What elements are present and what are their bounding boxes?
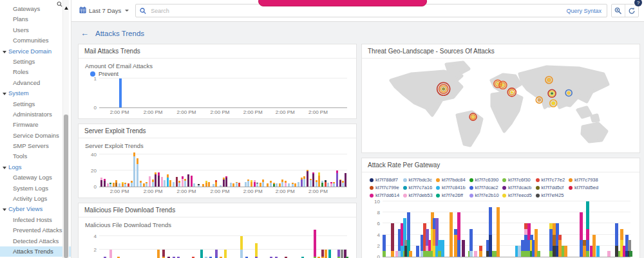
- bar[interactable]: [115, 180, 117, 187]
- bar[interactable]: [113, 183, 115, 187]
- sidebar-item-logs[interactable]: Logs: [0, 162, 71, 172]
- sidebar-item-settings[interactable]: Settings: [0, 57, 71, 67]
- gateway-legend-item[interactable]: kt7f7bdc84: [436, 177, 469, 183]
- search-icon[interactable]: [57, 0, 62, 10]
- bar[interactable]: [254, 180, 256, 187]
- refresh-button[interactable]: [625, 5, 638, 17]
- bar[interactable]: [223, 178, 225, 187]
- bar[interactable]: [260, 183, 261, 187]
- gateway-legend-item[interactable]: kt7f7c7a16: [403, 185, 437, 190]
- bar[interactable]: [178, 181, 180, 187]
- bar[interactable]: [318, 172, 320, 187]
- sidebar-item-settings[interactable]: Settings: [0, 99, 71, 109]
- bar[interactable]: [281, 180, 283, 187]
- bar[interactable]: [409, 251, 412, 257]
- bar[interactable]: [137, 158, 138, 187]
- bar[interactable]: [109, 183, 111, 187]
- sidebar-item-roles[interactable]: Roles: [0, 67, 71, 77]
- bar[interactable]: [225, 176, 227, 187]
- gateway-legend-item[interactable]: kt7f7dcac2: [469, 185, 503, 190]
- bar[interactable]: [341, 250, 343, 258]
- attack-source-marker-center[interactable]: [567, 91, 571, 95]
- bar[interactable]: [489, 207, 492, 257]
- bar[interactable]: [339, 180, 341, 187]
- sidebar-item-smp-servers[interactable]: SMP Servers: [0, 141, 71, 151]
- bar[interactable]: [298, 182, 299, 187]
- sidebar-item-service-domain[interactable]: Service Domain: [0, 46, 71, 57]
- world-map[interactable]: [365, 59, 637, 152]
- malicious-download-chart[interactable]: 4202:00 PM2:00 PM2:00 PM2:00 PM2:00 PM2:…: [99, 230, 347, 258]
- sidebar-item-plans[interactable]: Plans: [0, 14, 71, 24]
- bar[interactable]: [270, 181, 272, 187]
- bar[interactable]: [607, 251, 611, 257]
- bar[interactable]: [202, 184, 204, 187]
- search-zoom-button[interactable]: [612, 5, 625, 17]
- bar[interactable]: [416, 246, 419, 257]
- bar[interactable]: [187, 174, 189, 187]
- bar[interactable]: [240, 236, 243, 258]
- gateway-legend-item[interactable]: kt7f7c77e2: [536, 177, 569, 183]
- help-icon[interactable]: ?: [634, 0, 642, 6]
- scrollbar-thumb[interactable]: [64, 115, 68, 258]
- bar[interactable]: [327, 183, 329, 187]
- bar[interactable]: [629, 251, 632, 257]
- bar[interactable]: [215, 250, 218, 258]
- mail-attacks-chart[interactable]: 102:00 PM2:00 PM2:00 PM2:00 PM2:00 PM2:0…: [99, 78, 347, 116]
- bar[interactable]: [224, 250, 227, 258]
- bar[interactable]: [312, 172, 314, 187]
- bar[interactable]: [407, 212, 410, 257]
- bar[interactable]: [342, 181, 344, 187]
- bar[interactable]: [157, 250, 160, 258]
- sidebar-item-advanced[interactable]: Advanced: [0, 78, 71, 88]
- bar[interactable]: [285, 181, 287, 187]
- gateway-legend-item[interactable]: kt7f7c7938: [569, 177, 602, 183]
- bar[interactable]: [303, 176, 305, 187]
- sidebar-item-gateway-logs[interactable]: Gateway Logs: [0, 172, 71, 183]
- gateway-legend-item[interactable]: kt7f7dd5cf: [536, 185, 569, 190]
- bar[interactable]: [167, 174, 169, 187]
- bar[interactable]: [146, 182, 147, 187]
- bar[interactable]: [337, 250, 340, 258]
- bar[interactable]: [140, 181, 142, 187]
- bar[interactable]: [325, 180, 327, 187]
- bar[interactable]: [279, 183, 281, 187]
- bar[interactable]: [596, 246, 600, 257]
- attack-source-marker-center[interactable]: [511, 91, 513, 93]
- bar[interactable]: [316, 180, 317, 187]
- bar[interactable]: [292, 183, 294, 187]
- date-range-filter[interactable]: Last 7 Days: [79, 6, 129, 15]
- scroll-up-icon[interactable]: [64, 6, 68, 10]
- bar[interactable]: [262, 180, 264, 187]
- sidebar-item-cyber-views[interactable]: Cyber Views: [0, 204, 71, 214]
- bar[interactable]: [152, 180, 154, 187]
- bar[interactable]: [184, 179, 186, 187]
- gateway-legend-item[interactable]: kt7f7ef425: [536, 192, 569, 198]
- bar[interactable]: [255, 243, 258, 258]
- bar[interactable]: [133, 152, 135, 187]
- bar[interactable]: [176, 177, 178, 187]
- bar[interactable]: [328, 250, 331, 258]
- bar[interactable]: [497, 207, 500, 257]
- bar[interactable]: [479, 246, 482, 257]
- bar[interactable]: [169, 180, 171, 187]
- query-syntax-link[interactable]: Query Syntax: [566, 8, 603, 14]
- bar[interactable]: [122, 182, 124, 187]
- bar[interactable]: [193, 183, 195, 187]
- attack-source-marker-center[interactable]: [502, 84, 504, 87]
- bar[interactable]: [564, 246, 567, 257]
- back-arrow-icon[interactable]: ←: [80, 28, 89, 38]
- sidebar-scrollbar[interactable]: [62, 0, 69, 258]
- sidebar-item-detected-attacks[interactable]: Detected Attacks: [0, 236, 71, 246]
- gateway-legend-item[interactable]: kt7f7dd614: [370, 192, 403, 198]
- bar[interactable]: [333, 182, 335, 187]
- attack-source-marker-center[interactable]: [551, 101, 555, 105]
- bar[interactable]: [124, 183, 126, 187]
- bar[interactable]: [238, 183, 240, 187]
- bar[interactable]: [109, 250, 112, 258]
- bar[interactable]: [104, 179, 106, 187]
- sidebar-item-users[interactable]: Users: [0, 25, 71, 35]
- bar[interactable]: [276, 183, 278, 187]
- bar[interactable]: [247, 180, 249, 187]
- bar[interactable]: [251, 180, 252, 187]
- bar[interactable]: [162, 250, 165, 258]
